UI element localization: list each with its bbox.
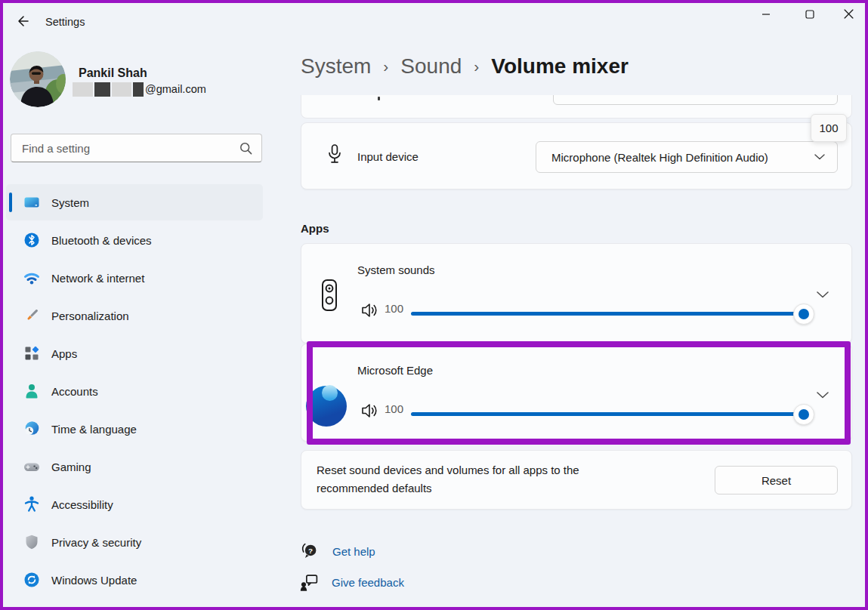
svg-text:?: ? (308, 547, 313, 555)
system-sounds-card: System sounds 100 (301, 243, 852, 344)
chevron-down-icon (814, 154, 825, 160)
sidebar-item-label: Accounts (51, 385, 98, 398)
minimize-icon (761, 8, 771, 22)
slider-value-tooltip: 100 (811, 114, 847, 142)
maximize-icon (805, 8, 814, 22)
system-icon (23, 193, 41, 211)
volume-slider[interactable] (411, 312, 804, 316)
sidebar-item-label: Personalization (51, 310, 129, 322)
avatar-photo (10, 51, 66, 107)
minimize-button[interactable] (749, 3, 783, 27)
sidebar-item-time-language[interactable]: Time & language (6, 411, 263, 447)
gamepad-icon (23, 458, 41, 476)
selected-accent-bar (9, 193, 12, 212)
breadcrumb-separator: › (474, 57, 479, 75)
reset-description: Reset sound devices and volumes for all … (317, 461, 634, 498)
clipped-dropdown[interactable] (553, 95, 838, 105)
apps-section-heading: Apps (301, 222, 329, 235)
window-title: Settings (45, 16, 85, 28)
give-feedback-row[interactable]: Give feedback (300, 573, 404, 592)
update-refresh-icon (23, 571, 41, 589)
microphone-icon (326, 143, 344, 172)
person-icon (23, 382, 41, 400)
breadcrumb-separator: › (383, 57, 388, 75)
help-bubble-icon: ? (301, 542, 320, 561)
app-name: Microsoft Edge (357, 364, 433, 377)
volume-icon[interactable] (361, 403, 379, 418)
volume-icon[interactable] (361, 303, 379, 318)
sidebar-item-system[interactable]: System (6, 184, 263, 220)
sidebar-item-label: Bluetooth & devices (51, 234, 152, 247)
app-name: System sounds (357, 263, 435, 276)
get-help-row[interactable]: ? Get help (301, 542, 375, 561)
volume-slider[interactable] (411, 412, 804, 416)
maximize-button[interactable] (793, 3, 826, 27)
email-redaction-block (94, 82, 110, 97)
output-device-card-clipped (301, 95, 852, 119)
shield-icon (23, 533, 41, 551)
email-redaction-block (112, 82, 131, 97)
search-box[interactable] (11, 134, 262, 162)
sidebar-item-label: Network & internet (51, 272, 144, 285)
get-help-link[interactable]: Get help (332, 545, 375, 558)
breadcrumb-sound[interactable]: Sound (400, 54, 462, 79)
speaker-cabinet-icon (321, 279, 338, 315)
sidebar-item-bluetooth-devices[interactable]: Bluetooth & devices (6, 222, 263, 258)
sidebar-item-gaming[interactable]: Gaming (6, 448, 263, 485)
email-redaction-block (73, 82, 93, 97)
breadcrumb: System › Sound › Volume mixer (301, 54, 629, 79)
sidebar-item-network-internet[interactable]: Network & internet (6, 260, 263, 296)
search-input[interactable] (11, 142, 239, 155)
sidebar-item-label: Accessibility (51, 498, 113, 511)
input-device-card: Input device Microphone (Realtek High De… (301, 122, 852, 189)
profile-email: @gmail.com (73, 82, 206, 97)
give-feedback-link[interactable]: Give feedback (332, 576, 404, 589)
close-icon (844, 8, 854, 22)
sidebar-item-apps[interactable]: Apps (6, 335, 263, 371)
volume-slider-thumb[interactable] (793, 404, 814, 425)
feedback-person-icon (300, 573, 319, 592)
clock-globe-icon (23, 420, 41, 438)
bluetooth-icon (23, 231, 41, 249)
search-icon (239, 142, 252, 155)
reset-button-label: Reset (761, 474, 791, 487)
volume-value: 100 (385, 402, 403, 415)
wifi-icon (23, 269, 41, 287)
close-button[interactable] (832, 3, 865, 27)
clipped-text-fragment (378, 97, 380, 100)
slider-thumb-dot (798, 309, 809, 319)
expand-chevron-icon[interactable] (814, 288, 832, 301)
email-domain: @gmail.com (145, 83, 206, 95)
volume-slider-thumb[interactable] (793, 303, 814, 325)
back-button[interactable] (11, 12, 35, 33)
back-arrow-icon (15, 14, 30, 32)
sidebar-item-accounts[interactable]: Accounts (6, 373, 263, 409)
email-redaction-block (133, 82, 144, 97)
input-device-dropdown[interactable]: Microphone (Realtek High Definition Audi… (536, 141, 838, 173)
sidebar-item-label: Privacy & security (51, 536, 141, 549)
sidebar-item-personalization[interactable]: Personalization (6, 297, 263, 334)
expand-chevron-icon[interactable] (814, 389, 832, 402)
breadcrumb-system[interactable]: System (301, 54, 371, 79)
accessibility-person-icon (23, 495, 41, 513)
reset-card: Reset sound devices and volumes for all … (301, 450, 852, 510)
sidebar-item-label: System (51, 196, 89, 209)
paintbrush-icon (23, 307, 41, 325)
sidebar-item-label: Time & language (51, 423, 137, 436)
page-title: Volume mixer (491, 54, 629, 79)
input-device-label: Input device (357, 150, 419, 163)
avatar[interactable] (10, 51, 66, 107)
reset-button[interactable]: Reset (715, 466, 838, 494)
sidebar-item-label: Apps (51, 347, 77, 360)
profile-name: Pankil Shah (79, 66, 147, 80)
sidebar-item-privacy-security[interactable]: Privacy & security (6, 524, 263, 560)
microsoft-edge-card: Microsoft Edge 100 (301, 344, 852, 442)
sidebar-item-label: Gaming (51, 461, 91, 473)
volume-value: 100 (385, 302, 403, 315)
sidebar-item-accessibility[interactable]: Accessibility (6, 486, 263, 522)
settings-window: Settings (0, 0, 868, 610)
slider-thumb-dot (798, 409, 809, 420)
input-device-value: Microphone (Realtek High Definition Audi… (536, 151, 814, 164)
sidebar-item-windows-update[interactable]: Windows Update (6, 562, 263, 598)
sidebar-item-label: Windows Update (51, 574, 137, 587)
